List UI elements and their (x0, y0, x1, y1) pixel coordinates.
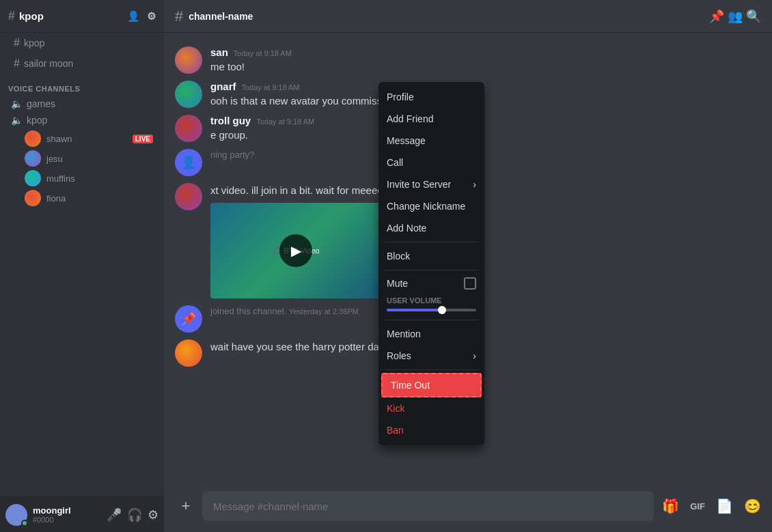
sidebar: # kpop 👤 ⚙ # kpop # sailor moon VOICE CH… (0, 0, 164, 532)
sidebar-item-kpop[interactable]: # kpop (5, 33, 158, 53)
voice-member-muffins-name: muffins (46, 173, 153, 184)
ctx-message[interactable]: Message (378, 130, 484, 152)
add-member-icon[interactable]: 👤 (127, 10, 140, 23)
submenu-arrow-roles-icon: › (473, 350, 476, 361)
hash-icon: # (14, 57, 20, 70)
live-badge-shawn: LIVE (133, 135, 153, 143)
voice-member-jesu-name: jesu (46, 154, 153, 164)
ctx-message-label: Message (387, 135, 426, 146)
settings-icon[interactable]: ⚙ (148, 507, 158, 522)
ctx-call[interactable]: Call (378, 152, 484, 173)
voice-channel-games-label: games (27, 98, 55, 109)
avatar-shawn (25, 130, 41, 147)
avatar-muffins (25, 170, 41, 186)
avatar-jesu (25, 150, 41, 167)
sidebar-item-sailor-moon[interactable]: # sailor moon (5, 54, 158, 73)
voice-channel-kpop[interactable]: 🔈 kpop (5, 113, 158, 128)
voice-member-shawn-name: shawn (46, 134, 133, 144)
volume-label: User Volume (387, 296, 476, 305)
kpop-channel-header[interactable]: # kpop 👤 ⚙ (0, 0, 164, 33)
ctx-add-friend[interactable]: Add Friend (378, 108, 484, 130)
voice-channel-kpop-label: kpop (27, 115, 47, 126)
headphones-icon[interactable]: 🎧 (127, 507, 142, 522)
voice-channel-games[interactable]: 🔈 games (5, 96, 158, 111)
speaker-icon: 🔈 (11, 98, 23, 109)
ctx-block-label: Block (387, 251, 410, 262)
bottom-discriminator: #0000 (33, 516, 107, 524)
volume-thumb[interactable] (438, 306, 446, 314)
ctx-profile[interactable]: Profile (378, 86, 484, 108)
avatar-fiona (25, 190, 41, 206)
mute-checkbox[interactable] (464, 277, 476, 290)
voice-member-fiona-name: fiona (46, 193, 153, 204)
hash-icon: # (14, 37, 20, 49)
settings-icon[interactable]: ⚙ (147, 10, 156, 23)
hash-icon: # (8, 9, 15, 23)
context-menu: Profile Add Friend Message Call Invite t… (378, 82, 484, 445)
volume-slider[interactable] (387, 309, 476, 311)
ctx-timeout-label: Time Out (391, 380, 430, 391)
main-chat: # channel-name 📌 👥 🔍 san Today at 9:18 A… (164, 0, 772, 532)
ctx-mute-row: Mute (378, 273, 484, 294)
ctx-add-note[interactable]: Add Note (378, 217, 484, 239)
ctx-separator-1 (384, 242, 479, 242)
ctx-kick-label: Kick (387, 403, 404, 414)
ctx-call-label: Call (387, 157, 403, 168)
speaker-icon: 🔈 (11, 115, 23, 126)
bottom-icons: 🎤 🎧 ⚙ (107, 507, 158, 522)
ctx-volume-row: User Volume (378, 294, 484, 317)
ctx-add-note-label: Add Note (387, 223, 426, 234)
ctx-change-nickname[interactable]: Change Nickname (378, 195, 484, 217)
microphone-icon[interactable]: 🎤 (107, 507, 122, 522)
ctx-mention[interactable]: Mention (378, 323, 484, 345)
ctx-roles-label: Roles (387, 350, 411, 361)
ctx-mention-label: Mention (387, 328, 421, 339)
bottom-username: moongirl (33, 505, 107, 516)
voice-channels-section: VOICE CHANNELS (0, 74, 164, 96)
ctx-separator-2 (384, 270, 479, 270)
ctx-separator-4 (384, 369, 479, 370)
ctx-block[interactable]: Block (378, 245, 484, 267)
volume-fill (387, 309, 442, 311)
channel-header-icons: 👤 ⚙ (127, 10, 156, 23)
ctx-ban[interactable]: Ban (378, 419, 484, 441)
online-status-dot (21, 520, 28, 527)
voice-members-list: shawn LIVE jesu muffins fiona (0, 128, 164, 208)
ctx-separator-3 (384, 320, 479, 320)
ctx-change-nickname-label: Change Nickname (387, 201, 465, 212)
ctx-timeout[interactable]: Time Out (381, 373, 482, 397)
ctx-kick[interactable]: Kick (378, 397, 484, 419)
voice-member-shawn[interactable]: shawn LIVE (19, 129, 158, 148)
channel-name-sailor-moon: sailor moon (24, 58, 73, 69)
channel-name-kpop: kpop (24, 38, 44, 48)
ctx-ban-label: Ban (387, 425, 404, 436)
avatar-moongirl (5, 504, 27, 526)
ctx-mute-label: Mute (387, 278, 408, 289)
submenu-arrow-icon: › (473, 179, 476, 190)
ctx-invite-to-server[interactable]: Invite to Server › (378, 173, 484, 195)
bottom-user-info: moongirl #0000 (33, 505, 107, 524)
voice-member-jesu[interactable]: jesu (19, 149, 158, 168)
bottom-bar: moongirl #0000 🎤 🎧 ⚙ (0, 496, 164, 532)
ctx-profile-label: Profile (387, 92, 414, 102)
voice-member-fiona[interactable]: fiona (19, 188, 158, 208)
voice-member-muffins[interactable]: muffins (19, 169, 158, 188)
channel-header-name: kpop (19, 10, 44, 22)
ctx-add-friend-label: Add Friend (387, 113, 433, 124)
context-menu-overlay[interactable]: Profile Add Friend Message Call Invite t… (164, 0, 772, 532)
ctx-invite-to-server-label: Invite to Server (387, 179, 451, 190)
ctx-roles[interactable]: Roles › (378, 345, 484, 367)
